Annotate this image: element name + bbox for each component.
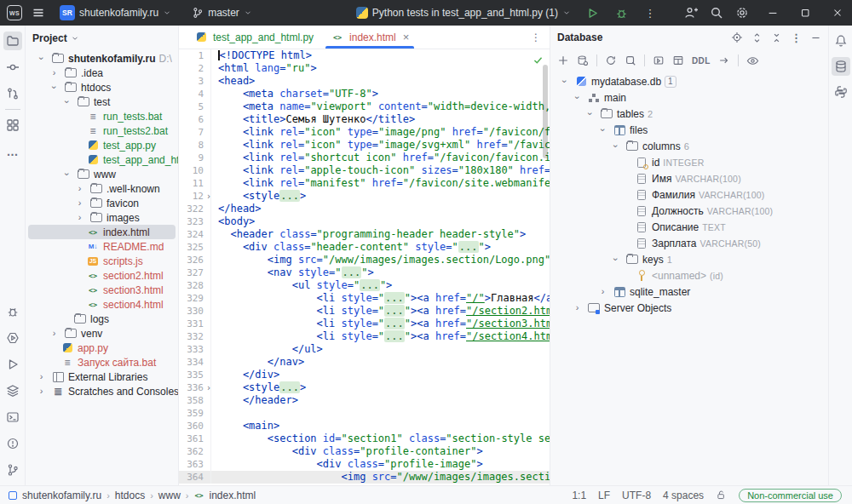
chevron-expanded-icon[interactable]: ›: [585, 107, 595, 120]
line-number[interactable]: 329: [179, 292, 211, 305]
tree-item[interactable]: ›favicon: [28, 196, 176, 210]
line-number[interactable]: 327: [179, 266, 211, 279]
code-line[interactable]: 11 <link rel="manifest" href="/favicon/s…: [179, 177, 550, 190]
fold-arrow-icon[interactable]: ›: [206, 381, 211, 394]
tree-item[interactable]: logs: [28, 312, 176, 326]
code-line[interactable]: 9 <link rel="shortcut icon" href="/favic…: [179, 152, 550, 164]
line-number[interactable]: 4: [179, 88, 211, 100]
breadcrumb-item[interactable]: shutenkofamily.ru: [22, 490, 101, 501]
tool-window-options-icon[interactable]: ⋮: [791, 32, 802, 44]
vcs-log-tool-icon[interactable]: [3, 461, 22, 479]
code-line[interactable]: 1<!DOCTYPE html>: [179, 49, 550, 62]
code-line[interactable]: 328 <ul style="...">: [179, 279, 550, 292]
tree-item[interactable]: ФамилияVARCHAR(100): [553, 186, 826, 203]
line-number[interactable]: 10: [179, 164, 211, 177]
tree-item[interactable]: ›mydatabase.db1: [553, 73, 826, 89]
search-everywhere-icon[interactable]: [704, 0, 729, 26]
code-line[interactable]: 6 <title>Семья Шутенко</title>: [179, 113, 550, 126]
tree-item[interactable]: ›venv: [28, 326, 176, 341]
line-number[interactable]: 11: [179, 177, 211, 190]
code-line[interactable]: 359: [179, 407, 550, 420]
chevron-expanded-icon[interactable]: ›: [611, 253, 620, 266]
code-line[interactable]: 323<body>: [179, 215, 550, 228]
expand-all-icon[interactable]: [751, 32, 763, 43]
project-tool-icon[interactable]: [3, 32, 22, 50]
tree-item[interactable]: app.py: [28, 341, 176, 355]
line-number[interactable]: 360: [179, 420, 211, 432]
more-actions-icon[interactable]: ⋮: [637, 0, 663, 26]
commit-tool-icon[interactable]: [3, 58, 22, 77]
code-line[interactable]: 3<head>: [179, 75, 550, 88]
chevron-expanded-icon[interactable]: ›: [598, 123, 607, 136]
line-number[interactable]: 336›: [179, 381, 211, 394]
tabs-options-icon[interactable]: ⋮: [522, 26, 550, 49]
line-number[interactable]: 2: [179, 62, 211, 75]
code-line[interactable]: 360 <main>: [179, 420, 550, 432]
editor-tab-test_app_and_html.py[interactable]: test_app_and_html.py: [186, 26, 322, 49]
query-console-icon[interactable]: [653, 54, 665, 66]
project-widget[interactable]: SR shutenkofamily.ru: [55, 3, 176, 23]
services-tool-icon[interactable]: [3, 381, 22, 400]
main-menu-icon[interactable]: [26, 0, 51, 26]
code-line[interactable]: 364 <img src="/www/images/images.section…: [179, 471, 550, 484]
more-tool-windows-icon[interactable]: …: [3, 142, 22, 161]
code-line[interactable]: 335 </div>: [179, 369, 550, 381]
pull-requests-tool-icon[interactable]: [3, 84, 22, 103]
ddl-button[interactable]: DDL: [692, 56, 711, 66]
chevron-collapsed-icon[interactable]: ›: [73, 213, 86, 222]
problems-tool-icon[interactable]: [3, 434, 22, 453]
breadcrumb-item[interactable]: www: [158, 490, 181, 501]
tree-item[interactable]: ›Scratches and Consoles: [28, 384, 176, 398]
code-line[interactable]: 362 <div class="profile-container">: [179, 445, 550, 458]
line-number[interactable]: 9: [179, 152, 211, 164]
code-area[interactable]: 1<!DOCTYPE html>2<html lang="ru">3<head>…: [179, 49, 550, 485]
debug-button[interactable]: [608, 0, 634, 26]
tree-item[interactable]: ОписаниеTEXT: [553, 219, 826, 235]
close-tab-icon[interactable]: ×: [403, 31, 410, 43]
project-panel-header[interactable]: Project: [26, 26, 178, 51]
chevron-collapsed-icon[interactable]: ›: [596, 287, 609, 296]
code-line[interactable]: 329 <li style="..."><a href="/">Главная<…: [179, 292, 550, 305]
inspections-ok-icon[interactable]: [532, 54, 544, 66]
maximize-button[interactable]: [791, 0, 820, 26]
tree-item[interactable]: section4.html: [28, 297, 176, 312]
tree-item[interactable]: ›files: [553, 122, 826, 138]
fold-arrow-icon[interactable]: ›: [206, 190, 211, 203]
line-number[interactable]: 7: [179, 126, 211, 139]
code-line[interactable]: 12› <style...>: [179, 190, 550, 203]
line-number[interactable]: 361: [179, 432, 211, 445]
code-line[interactable]: 327 <nav style="...">: [179, 266, 550, 279]
line-number[interactable]: 3: [179, 75, 211, 88]
tree-item[interactable]: test_app_and_html.py: [28, 152, 176, 167]
run-tool-icon[interactable]: [3, 355, 22, 374]
tree-item[interactable]: ›External Libraries: [28, 369, 176, 384]
app-logo-icon[interactable]: WS: [7, 5, 22, 20]
code-line[interactable]: 332 <li style="..."><a href="/section4.h…: [179, 330, 550, 343]
code-line[interactable]: 325 <div class="header-content" style=".…: [179, 241, 550, 254]
tree-item[interactable]: ›shutenkofamily.ruD:\Разработка\: [28, 51, 176, 66]
line-number[interactable]: 332: [179, 330, 211, 343]
profiler-tool-icon[interactable]: [3, 329, 22, 347]
code-line[interactable]: 326 <img src="/www/images/images.section…: [179, 254, 550, 266]
line-number[interactable]: 358: [179, 394, 211, 407]
code-line[interactable]: 2<html lang="ru">: [179, 62, 550, 75]
tree-item[interactable]: ›Server Objects: [553, 300, 826, 316]
chevron-expanded-icon[interactable]: ›: [49, 81, 59, 94]
line-number[interactable]: 324: [179, 228, 211, 241]
breadcrumb-item[interactable]: index.html: [210, 490, 256, 501]
structure-tool-icon[interactable]: [3, 116, 22, 135]
code-line[interactable]: 330 <li style="..."><a href="/section2.h…: [179, 305, 550, 318]
line-number[interactable]: 363: [179, 458, 211, 471]
chevron-collapsed-icon[interactable]: ›: [73, 184, 86, 193]
debug-tool-icon[interactable]: [3, 302, 22, 321]
code-line[interactable]: 4 <meta charset="UTF-8">: [179, 88, 550, 100]
tree-item[interactable]: ›htdocs: [28, 80, 176, 94]
code-line[interactable]: 322</head>: [179, 203, 550, 215]
tree-item[interactable]: ›www: [28, 167, 176, 181]
tree-item[interactable]: test_app.py: [28, 138, 176, 152]
tree-item[interactable]: ›.well-known: [28, 181, 176, 196]
tree-item[interactable]: run_tests.bat: [28, 109, 176, 123]
vcs-branch-widget[interactable]: master: [187, 4, 257, 21]
chevron-collapsed-icon[interactable]: ›: [48, 329, 60, 338]
chevron-expanded-icon[interactable]: ›: [573, 91, 582, 104]
